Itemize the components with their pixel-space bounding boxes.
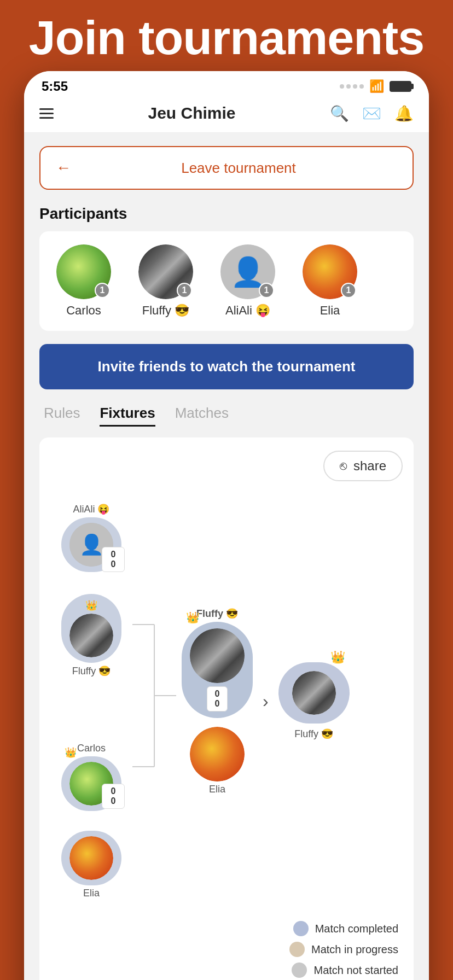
status-icons: 📶 <box>340 79 411 94</box>
badge-carlos: 1 <box>95 283 110 298</box>
bracket-winner: 👑 Fluffy 😎 <box>278 662 350 740</box>
back-arrow-icon: ← <box>56 159 71 177</box>
participant-item: 1 Fluffy 😎 <box>130 244 201 318</box>
search-icon[interactable]: 🔍 <box>330 104 349 122</box>
legend-label-progress: Match in progress <box>311 943 398 956</box>
bracket-inner: AliAli 😝 👤 00 <box>50 492 403 910</box>
elia-oval-r1 <box>61 831 121 885</box>
fixtures-header: ⎋ share <box>50 451 403 481</box>
bracket-col-1: AliAli 😝 👤 00 <box>50 503 132 899</box>
fluffy-sf-label: Fluffy 😎 <box>196 608 238 620</box>
tab-rules[interactable]: Rules <box>44 405 80 427</box>
signal-dots <box>340 84 364 89</box>
badge-aliali: 1 <box>259 283 274 298</box>
battery-icon <box>390 81 411 92</box>
tabs: Rules Fixtures Matches <box>39 405 414 427</box>
nav-bar: Jeu Chimie 🔍 ✉️ 🔔 <box>24 98 429 133</box>
participant-name-carlos: Carlos <box>66 304 101 318</box>
elia-sf-avatar <box>190 727 245 781</box>
bell-icon[interactable]: 🔔 <box>394 104 414 122</box>
fluffy-sf-crown: 👑 <box>186 611 200 624</box>
status-bar: 5:55 📶 <box>24 71 429 98</box>
elia-avatar-r1 <box>69 836 113 880</box>
carlos-crown: 👑 <box>65 746 77 759</box>
participant-item: 1 Elia <box>294 244 365 318</box>
winner-crown: 👑 <box>330 650 345 664</box>
bracket-connectors <box>132 564 176 838</box>
bracket-col-3: 👑 Fluffy 😎 <box>273 662 355 740</box>
wifi-icon: 📶 <box>369 79 384 94</box>
score-sf: 00 <box>207 686 228 711</box>
bracket-match-2: Carlos 👑 00 <box>50 743 132 899</box>
avatar-wrap-carlos: 1 <box>56 244 111 299</box>
invite-friends-button[interactable]: Invite friends to watch the tournament <box>39 344 414 389</box>
tab-fixtures[interactable]: Fixtures <box>100 405 155 427</box>
participant-name-elia: Elia <box>320 304 340 318</box>
score-r1m1: 00 <box>102 547 125 572</box>
tab-matches[interactable]: Matches <box>175 405 229 427</box>
elia-sf: Elia <box>190 727 245 795</box>
winner-avatar-placeholder <box>292 671 336 715</box>
app-title: Jeu Chimie <box>148 104 235 122</box>
legend-label-notstarted: Match not started <box>313 964 398 977</box>
nav-icons: 🔍 ✉️ 🔔 <box>330 104 414 122</box>
badge-fluffy: 1 <box>177 283 192 298</box>
player-fluffy-r1: 👑 Fluffy 😎 <box>61 594 121 677</box>
player-elia-r1: Elia <box>61 831 121 899</box>
bracket-match-1: AliAli 😝 👤 00 <box>50 503 132 677</box>
legend-in-progress: Match in progress <box>289 942 398 957</box>
elia-label-r1: Elia <box>83 888 100 899</box>
avatar-wrap-fluffy: 1 <box>138 244 193 299</box>
fluffy-label-r1: Fluffy 😎 <box>72 665 111 677</box>
elia-sf-label: Elia <box>209 784 225 795</box>
legend: Match completed Match in progress Match … <box>50 921 403 978</box>
main-content: ← Leave tournament Participants 1 Carlos <box>24 133 429 980</box>
fluffy-crown-r1: 👑 <box>85 599 97 611</box>
participant-name-aliali: AliAli 😝 <box>225 304 270 318</box>
bracket-diagram: AliAli 😝 👤 00 <box>50 492 403 910</box>
fluffy-oval-r1: 👑 <box>61 594 121 663</box>
participant-name-fluffy: Fluffy 😎 <box>142 304 190 318</box>
fluffy-sf-oval: 👑 00 <box>182 622 253 718</box>
fluffy-sf-avatar <box>190 628 245 683</box>
participants-card: 1 Carlos 1 Fluffy 😎 <box>39 231 414 331</box>
legend-completed: Match completed <box>293 921 398 936</box>
winner-label: Fluffy 😎 <box>294 728 333 740</box>
page-title: Join tournaments <box>0 0 453 66</box>
leave-tournament-button[interactable]: ← Leave tournament <box>39 146 414 190</box>
participants-title: Participants <box>39 205 414 223</box>
avatar-wrap-aliali: 👤 1 <box>220 244 275 299</box>
share-button[interactable]: ⎋ share <box>323 451 403 481</box>
fixtures-card: ⎋ share AliAli 😝 <box>39 438 414 980</box>
message-icon[interactable]: ✉️ <box>362 104 381 122</box>
time: 5:55 <box>42 79 68 94</box>
fluffy-avatar-r1 <box>69 614 113 657</box>
participant-item: 1 Carlos <box>48 244 119 318</box>
badge-elia: 1 <box>341 283 356 298</box>
legend-label-completed: Match completed <box>315 923 398 935</box>
person-placeholder-icon: 👤 <box>230 255 266 289</box>
bracket-arrow: › <box>258 691 273 711</box>
participant-item: 👤 1 AliAli 😝 <box>212 244 283 318</box>
leave-tournament-label: Leave tournament <box>80 160 397 177</box>
phone-frame: 5:55 📶 Jeu Chimie 🔍 ✉️ 🔔 ← Leave <box>24 71 429 980</box>
legend-dot-completed <box>293 921 309 936</box>
avatar-wrap-elia: 1 <box>303 244 357 299</box>
carlos-label-r1: Carlos <box>77 743 106 754</box>
bracket-semifinal: Fluffy 😎 👑 00 <box>182 608 253 795</box>
winner-oval: 👑 <box>278 662 350 724</box>
bracket-col-2: Fluffy 😎 👑 00 <box>176 608 258 795</box>
aliali-label-r1: AliAli 😝 <box>73 503 109 515</box>
legend-dot-progress <box>289 942 305 957</box>
share-icon: ⎋ <box>340 459 347 473</box>
legend-not-started: Match not started <box>292 962 398 978</box>
score-r1m2: 00 <box>102 784 125 809</box>
legend-dot-notstarted <box>292 962 307 978</box>
share-label: share <box>353 458 386 474</box>
hamburger-menu[interactable] <box>39 108 54 119</box>
aliali-person-icon: 👤 <box>79 533 104 556</box>
